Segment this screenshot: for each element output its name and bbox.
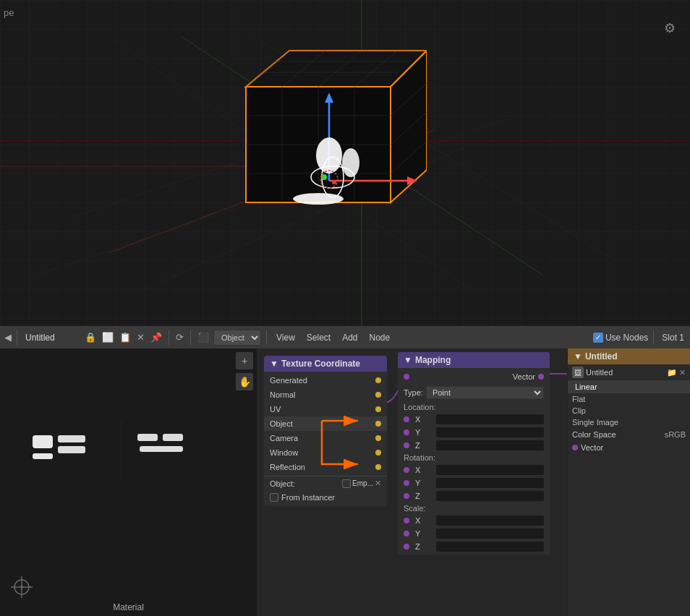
normal-label: Normal [270,390,295,399]
view-menu[interactable]: View [272,333,299,343]
scale-y-label: Y [415,529,433,538]
uv-label: UV [270,405,281,414]
camera-dot [375,435,381,441]
mapping-triangle: ▼ [404,355,412,365]
scale-z-field[interactable]: 0.300 [436,542,544,552]
scale-x-field[interactable]: 0.300 [436,516,544,526]
mapping-body: Vector Type: Point Location: X 0.48 m [398,368,550,555]
separator-1 [17,330,17,345]
header-bar: ◀ Untitled 🔒 ⬜ 📋 ✕ 📌 ⟳ ⬛ Object View Sel… [0,325,690,348]
thumbnail-browse-btn[interactable]: 📁 [667,368,677,377]
tex-output-uv: UV [264,402,387,416]
rot-y-label: Y [415,479,433,487]
loc-y-row: Y 0.622 m [398,426,550,439]
viewport-settings-icon[interactable]: ⚙ [664,20,676,36]
loc-z-field[interactable]: -0.516 m [436,440,544,450]
use-nodes-checkbox[interactable]: ✓ [593,333,603,343]
header-back-btn[interactable]: ◀ [3,330,13,344]
scale-z-dot [404,544,409,549]
vector-right-label: Vector [412,372,535,381]
loc-x-dot [404,416,409,422]
from-instancer-row: From Instancer [264,490,387,505]
thumbnail-close-btn[interactable]: ✕ [679,368,686,377]
vector-out-dot [572,445,578,450]
svg-rect-42 [33,435,53,448]
header-left-icons: ◀ [3,330,20,345]
viewport-3d[interactable]: pe ⚙ [0,0,690,325]
rot-y-dot [404,480,409,486]
loc-y-field[interactable]: 0.622 m [436,427,544,437]
pin-icon[interactable]: 🔒 [83,330,98,344]
loc-x-row: X 0.48 m [398,413,550,426]
linear-option[interactable]: Linear [568,380,690,393]
tex-object-row: Object: Emp... ✕ [264,476,387,490]
tex-coord-title: Texture Coordinate [281,359,360,369]
tex-coord-triangle: ▼ [270,359,278,369]
tex-output-generated: Generated [264,373,387,388]
svg-rect-45 [58,446,85,453]
uv-dot [375,406,381,412]
pin2-icon[interactable]: 📌 [149,330,163,344]
copy-icon[interactable]: ⬜ [101,330,115,344]
tex-output-normal: Normal [264,388,387,402]
separator-2 [169,330,169,345]
svg-point-40 [332,180,336,184]
rotation-label: Rotation: [398,452,550,463]
separator-3 [190,330,191,345]
clip-option[interactable]: Clip [568,405,690,416]
reflection-label: Reflection [270,463,305,471]
from-instancer-checkbox[interactable] [270,493,278,502]
svg-point-37 [342,148,359,177]
mapping-node[interactable]: ▼ Mapping Vector Type: Point Lo [398,352,550,555]
scene-title: Untitled [22,333,80,343]
close-icon[interactable]: ✕ [135,330,146,344]
mapping-type-row: Type: Point [398,384,550,401]
node-editor[interactable]: ▼ Texture Coordinate Generated Normal UV… [257,348,690,616]
tex-coord-header: ▼ Texture Coordinate [264,356,387,372]
add-menu[interactable]: Add [338,333,362,343]
object-label: Object [270,419,293,428]
orbit-icon[interactable]: ⟳ [174,330,185,344]
node-copy-icon[interactable]: 📋 [118,330,132,344]
svg-rect-48 [140,446,183,452]
svg-point-53 [20,586,23,589]
texture-coordinate-node[interactable]: ▼ Texture Coordinate Generated Normal UV… [264,356,387,506]
use-nodes-label: Use Nodes [605,333,648,343]
crosshair-icon [7,573,36,602]
svg-point-39 [321,174,327,180]
right-panel-header: ▼ Untitled [568,348,690,364]
node-menu[interactable]: Node [365,333,395,343]
object-close-icon[interactable]: ✕ [375,479,381,488]
loc-z-label: Z [415,441,433,450]
scale-x-dot [404,518,409,523]
loc-y-dot [404,429,409,435]
object-dropdown[interactable]: Object [213,330,261,346]
loc-x-field[interactable]: 0.48 m [436,414,544,424]
rot-z-label: Z [415,492,433,500]
scale-y-row: Y 0.300 [398,527,550,540]
tex-output-window: Window [264,445,387,460]
obj-icon[interactable]: ⬛ [196,330,210,344]
rot-x-field[interactable]: 0° [436,465,544,475]
color-space-row: Color Space sRGB [568,428,690,441]
material-label: Material [113,602,144,612]
select-menu[interactable]: Select [302,333,335,343]
single-image-option[interactable]: Single Image [568,416,690,428]
reflection-dot [375,464,381,470]
main-area: + ✋ Material [0,348,690,616]
rot-z-field[interactable]: 0° [436,491,544,501]
rot-y-field[interactable]: 0° [436,478,544,488]
scale-x-label: X [415,516,433,525]
rot-x-dot [404,467,409,473]
right-panel-title: Untitled [585,351,618,362]
vector-input-dot [404,374,409,380]
separator-4 [266,330,267,345]
scale-y-field[interactable]: 0.300 [436,529,544,539]
mapping-vector-row: Vector [398,369,550,384]
object-value: Emp... [352,479,373,487]
flat-option[interactable]: Flat [568,393,690,405]
generated-label: Generated [270,376,307,385]
slot-label: Slot 1 [659,333,687,343]
svg-rect-44 [58,435,85,442]
type-select[interactable]: Point [426,386,544,399]
